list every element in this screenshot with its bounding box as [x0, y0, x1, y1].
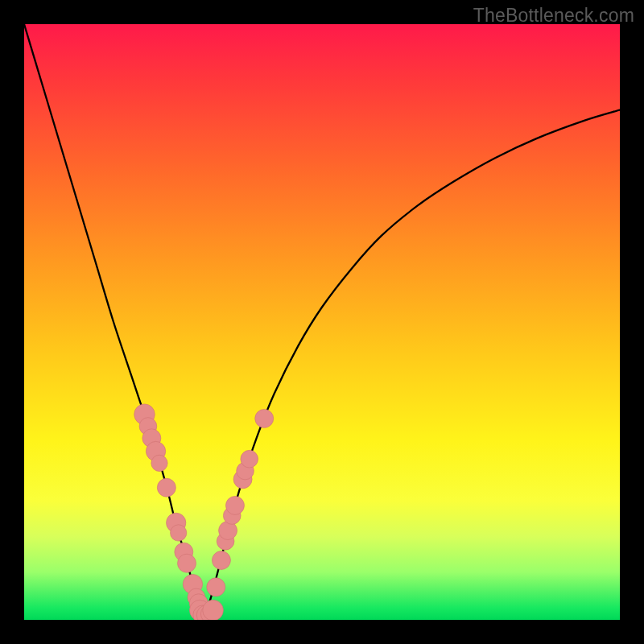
- plot-area: [24, 24, 620, 620]
- highlight-marker: [255, 409, 274, 427]
- highlight-marker: [225, 496, 244, 514]
- highlight-marker: [212, 551, 230, 570]
- highlight-marker: [178, 554, 196, 572]
- curve-svg: [24, 24, 620, 620]
- highlight-marker: [157, 478, 175, 497]
- chart-frame: TheBottleneck.com: [0, 0, 644, 644]
- bottleneck-curve: [24, 24, 620, 617]
- highlight-marker: [203, 600, 224, 620]
- highlight-marker: [171, 525, 187, 541]
- highlight-marker: [241, 450, 258, 468]
- highlight-marker: [207, 578, 225, 597]
- watermark-text: TheBottleneck.com: [473, 5, 634, 27]
- highlight-marker: [151, 455, 167, 471]
- highlight-markers: [134, 404, 274, 620]
